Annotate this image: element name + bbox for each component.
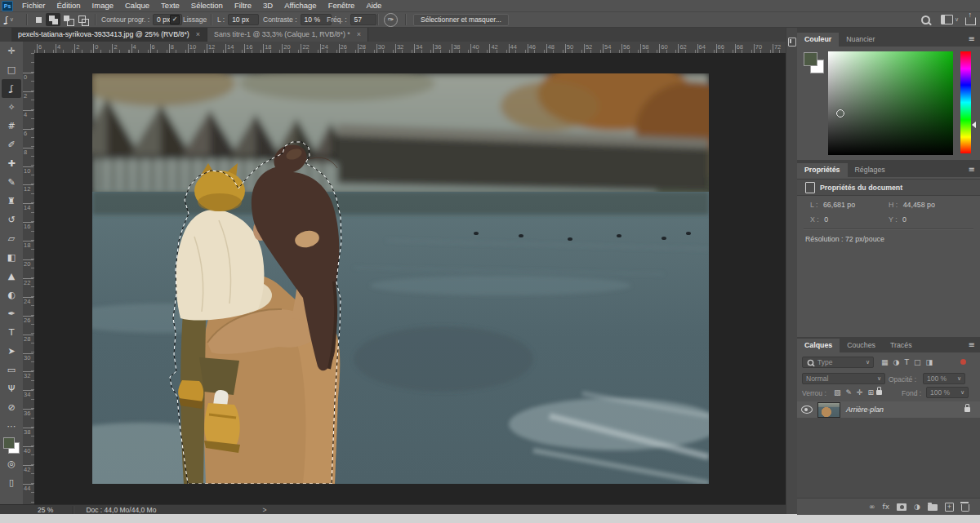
frequency-input[interactable]: 57: [350, 14, 376, 25]
zoom-level-field[interactable]: 25 %: [29, 506, 61, 514]
x-prop-value[interactable]: 0: [824, 215, 828, 224]
width-input[interactable]: 10 px: [228, 14, 259, 25]
quick-selection-tool[interactable]: ✧: [2, 98, 21, 117]
menu-3d[interactable]: 3D: [257, 0, 278, 11]
healing-brush-tool[interactable]: ✚: [2, 154, 21, 173]
height-prop-value[interactable]: 44,458 po: [903, 201, 935, 209]
menu-s-lection[interactable]: Sélection: [185, 0, 229, 11]
zoom-tool[interactable]: ⊘: [2, 398, 21, 417]
lock-all-icon[interactable]: [876, 390, 882, 395]
document-tab-2[interactable]: Sans titre-1 @ 33,3% (Calque 1, RVB/8*) …: [207, 28, 368, 42]
screen-mode-button[interactable]: ▯: [2, 473, 21, 492]
filter-smart-objects-icon[interactable]: ◨: [925, 358, 933, 366]
select-and-mask-button[interactable]: Sélectionner et masquer...: [413, 14, 509, 26]
tool-preset-chevron-icon[interactable]: ∨: [10, 16, 14, 23]
menu-fen-tre[interactable]: Fenêtre: [323, 0, 361, 11]
layer-group-icon[interactable]: [928, 504, 938, 511]
lock-transparent-pixels-icon[interactable]: ▨: [834, 388, 841, 397]
lasso-tool[interactable]: ʆ: [2, 79, 21, 98]
search-icon[interactable]: [921, 16, 930, 24]
shape-tool[interactable]: ▭: [2, 361, 21, 379]
menu-texte[interactable]: Texte: [155, 0, 185, 11]
toolbar-foreground-swatch[interactable]: [3, 437, 15, 449]
hue-slider-marker[interactable]: [972, 122, 976, 128]
layer-mask-icon[interactable]: [897, 503, 906, 511]
rectangular-marquee-tool[interactable]: □: [2, 60, 21, 79]
tab-close-icon[interactable]: ×: [196, 30, 200, 38]
history-brush-tool[interactable]: ↺: [2, 211, 21, 229]
subtract-from-selection-button[interactable]: [60, 13, 75, 26]
eyedropper-tool[interactable]: ✐: [2, 135, 21, 154]
layer-visibility-icon[interactable]: [801, 406, 813, 414]
filter-pixel-layers-icon[interactable]: ▦: [881, 358, 889, 366]
layer-thumbnail[interactable]: [817, 402, 840, 418]
document-tab-1[interactable]: pexels-tatiana-syrikova-3933413.jpg @ 25…: [11, 28, 207, 42]
eraser-tool[interactable]: ▱: [2, 229, 21, 248]
menu-aide[interactable]: Aide: [360, 0, 387, 11]
workspace-icon[interactable]: [941, 15, 953, 24]
toolbar-color-swatches[interactable]: [2, 436, 21, 454]
fill-select[interactable]: 100 % ∨: [926, 387, 969, 398]
layers-tab-couches[interactable]: Couches: [840, 339, 883, 352]
antialias-checkbox[interactable]: ✓: [170, 15, 180, 24]
canvas-viewport[interactable]: [34, 53, 786, 504]
pen-tool[interactable]: ✒: [2, 304, 21, 323]
pen-pressure-toggle[interactable]: ✑: [384, 13, 398, 27]
brush-tool[interactable]: ✎: [2, 173, 21, 192]
intersect-selection-button[interactable]: [75, 13, 90, 26]
new-layer-icon[interactable]: +: [945, 503, 954, 512]
layers-tab-calques[interactable]: Calques: [797, 339, 840, 352]
layer-effects-icon[interactable]: fx: [883, 503, 890, 511]
move-tool[interactable]: ✛: [2, 42, 21, 60]
quick-mask-button[interactable]: ◎: [2, 454, 21, 473]
filter-shape-layers-icon[interactable]: □: [914, 358, 921, 366]
tool-preset-icon[interactable]: ʆ: [5, 15, 8, 25]
layer-name[interactable]: Arrière-plan: [846, 406, 964, 414]
properties-panel-menu-icon[interactable]: ≡: [969, 165, 975, 174]
color-tab-nuancier[interactable]: Nuancier: [839, 33, 882, 47]
layers-tab-trac-s[interactable]: Tracés: [883, 339, 920, 352]
color-tab-couleur[interactable]: Couleur: [797, 33, 839, 47]
properties-tab-r-glages[interactable]: Réglages: [848, 163, 893, 177]
type-tool[interactable]: T: [2, 323, 21, 342]
dodge-tool[interactable]: ◐: [2, 286, 21, 304]
lock-position-icon[interactable]: ✛: [857, 388, 863, 397]
layer-row[interactable]: Arrière-plan: [797, 401, 980, 418]
path-selection-tool[interactable]: ➤: [2, 342, 21, 361]
blur-tool[interactable]: ▲: [2, 267, 21, 286]
clone-stamp-tool[interactable]: ♜: [2, 192, 21, 211]
status-options-chevron[interactable]: >: [262, 506, 266, 514]
gradient-tool[interactable]: ◧: [2, 248, 21, 267]
adjustment-layer-icon[interactable]: ◑: [914, 503, 920, 511]
workspace-chevron-icon[interactable]: ∨: [955, 16, 959, 23]
color-field-cursor[interactable]: [836, 109, 844, 117]
more-tools[interactable]: ⋯: [2, 417, 21, 436]
link-layers-icon[interactable]: ∞: [869, 503, 875, 511]
y-prop-value[interactable]: 0: [902, 215, 906, 224]
menu--dition[interactable]: Édition: [51, 0, 87, 11]
opacity-select[interactable]: 100 % ∨: [923, 373, 965, 384]
filter-adjustment-layers-icon[interactable]: ◑: [893, 358, 900, 366]
width-prop-value[interactable]: 66,681 po: [823, 201, 855, 209]
delete-layer-icon[interactable]: [961, 504, 969, 512]
menu-calque[interactable]: Calque: [119, 0, 155, 11]
blend-mode-select[interactable]: Normal ∨: [802, 373, 885, 384]
share-icon[interactable]: [965, 17, 976, 25]
menu-image[interactable]: Image: [87, 0, 119, 11]
collapsed-panel-icon[interactable]: [788, 38, 796, 47]
menu-filtre[interactable]: Filtre: [229, 0, 257, 11]
color-panel-menu-icon[interactable]: ≡: [969, 34, 975, 43]
canvas-photo[interactable]: [92, 73, 709, 484]
foreground-color-swatch[interactable]: [804, 52, 817, 66]
hue-slider[interactable]: [960, 51, 971, 153]
hand-tool[interactable]: Ψ: [2, 379, 21, 398]
crop-tool[interactable]: #: [2, 117, 21, 135]
properties-tab-propri-t-s[interactable]: Propriétés: [797, 163, 848, 177]
filter-type-layers-icon[interactable]: T: [904, 358, 909, 366]
menu-fichier[interactable]: Fichier: [16, 0, 51, 11]
layer-filter-select[interactable]: Type ∨: [802, 357, 874, 368]
new-selection-button[interactable]: [31, 13, 46, 26]
menu-affichage[interactable]: Affichage: [278, 0, 322, 11]
tab-close-icon[interactable]: ×: [357, 30, 361, 38]
lock-artboard-icon[interactable]: ⊞: [868, 388, 875, 397]
